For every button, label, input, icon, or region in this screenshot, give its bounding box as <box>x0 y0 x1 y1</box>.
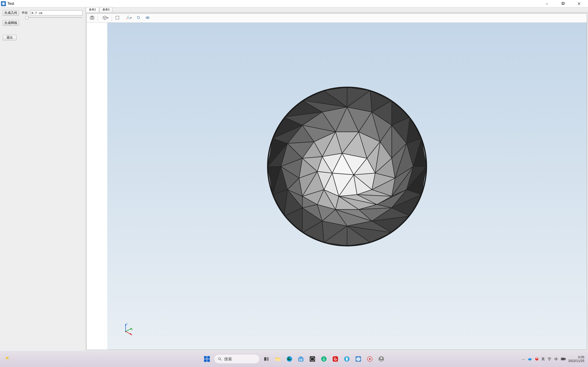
svg-point-163 <box>369 358 371 360</box>
start-button[interactable] <box>202 354 212 364</box>
app-icon <box>1 1 6 6</box>
axis-gizmo: z y x <box>121 322 135 336</box>
svg-line-130 <box>126 329 131 332</box>
weather-icon <box>5 355 12 363</box>
ime-indicator[interactable]: 英 <box>541 357 545 361</box>
svg-rect-139 <box>204 356 207 359</box>
view-cube-button[interactable] <box>100 15 110 22</box>
svg-line-13 <box>103 17 105 18</box>
svg-text:y: y <box>128 15 129 16</box>
svg-point-24 <box>147 17 148 18</box>
svg-point-166 <box>528 358 531 361</box>
search-box[interactable]: 搜索 <box>214 354 260 364</box>
system-tray: ︿ 英 0:05 2022/11/25 <box>522 355 588 363</box>
cube-icon <box>103 15 107 21</box>
svg-text:x: x <box>126 18 127 19</box>
camera-icon <box>90 15 95 21</box>
3d-canvas[interactable]: z y x <box>107 23 587 350</box>
rotate-cw-icon <box>136 15 141 21</box>
viewport-toolbar: yzx <box>86 14 587 23</box>
title-bar: Test <box>0 0 588 7</box>
comsol-icon[interactable] <box>354 354 363 364</box>
svg-text:z: z <box>130 18 130 19</box>
maximize-button[interactable] <box>555 0 571 7</box>
sidebar: 生成几何 半径 生成网格 退出 <box>0 7 86 351</box>
orbit-icon <box>145 15 150 21</box>
taskview-button[interactable] <box>262 354 271 364</box>
volume-icon[interactable] <box>554 357 559 361</box>
svg-rect-154 <box>301 360 303 361</box>
close-button[interactable] <box>571 0 587 7</box>
viewport: z y x <box>86 23 587 350</box>
svg-rect-152 <box>301 359 303 360</box>
svg-rect-142 <box>207 359 210 362</box>
svg-point-168 <box>536 358 537 359</box>
svg-rect-145 <box>264 357 266 361</box>
svg-rect-153 <box>299 360 301 361</box>
radius-slider[interactable] <box>26 17 82 18</box>
search-placeholder: 搜索 <box>224 357 232 362</box>
generate-mesh-button[interactable]: 生成网格 <box>3 20 19 26</box>
app-icon-4[interactable] <box>365 354 375 364</box>
radius-input[interactable] <box>30 10 82 15</box>
axes-view-button[interactable]: yzx <box>123 15 133 22</box>
mesh-sphere <box>264 84 430 249</box>
ruler-left <box>86 23 107 350</box>
app-icon-2[interactable] <box>319 354 329 364</box>
svg-point-138 <box>7 358 11 361</box>
security-icon[interactable] <box>535 357 539 361</box>
svg-line-144 <box>220 359 221 361</box>
windows-icon <box>204 356 210 362</box>
svg-point-169 <box>549 360 550 361</box>
weather-widget[interactable] <box>5 355 12 363</box>
svg-text:z: z <box>126 323 128 325</box>
edge-icon[interactable] <box>285 354 294 364</box>
svg-line-133 <box>126 332 131 334</box>
zoom-extents-icon <box>115 15 120 21</box>
battery-icon[interactable] <box>561 357 566 361</box>
svg-text:x: x <box>131 334 132 336</box>
zoom-extents-button[interactable] <box>114 15 121 22</box>
svg-line-14 <box>105 17 107 18</box>
exit-button[interactable]: 退出 <box>3 35 17 40</box>
svg-rect-5 <box>562 2 564 5</box>
svg-rect-171 <box>565 358 566 359</box>
screenshot-button[interactable] <box>88 15 96 22</box>
svg-marker-161 <box>356 357 360 361</box>
axes-icon: yzx <box>126 15 130 21</box>
tab-form-3[interactable]: 表单3 <box>99 7 112 12</box>
viewport-panel: yzx <box>86 13 587 350</box>
clock-time: 0:05 <box>568 355 584 359</box>
tab-bar: 表单2 表单3 <box>86 7 588 12</box>
main-area: 生成几何 半径 生成网格 退出 表单2 表单3 yzx <box>0 7 588 351</box>
clock[interactable]: 0:05 2022/11/25 <box>568 355 584 363</box>
app-icon-5[interactable] <box>376 354 386 364</box>
minimize-button[interactable] <box>539 0 555 7</box>
svg-text:y: y <box>132 328 133 331</box>
rotate-cw-button[interactable] <box>135 15 142 22</box>
tray-chevron-icon[interactable]: ︿ <box>522 357 525 361</box>
content-area: 表单2 表单3 yzx <box>86 7 588 351</box>
store-icon[interactable] <box>296 354 306 364</box>
svg-rect-146 <box>267 357 269 361</box>
svg-point-136 <box>125 331 126 332</box>
wifi-icon[interactable] <box>547 357 552 361</box>
app-icon-3[interactable] <box>342 354 352 364</box>
tab-form-2[interactable]: 表单2 <box>86 7 99 12</box>
svg-point-143 <box>218 358 221 360</box>
app-icon-1[interactable] <box>308 354 317 364</box>
svg-rect-141 <box>204 359 207 362</box>
clock-date: 2022/11/25 <box>568 359 584 363</box>
generate-geometry-button[interactable]: 生成几何 <box>3 10 19 16</box>
svg-rect-16 <box>116 16 119 19</box>
explorer-icon[interactable] <box>273 354 283 364</box>
svg-point-10 <box>91 17 93 19</box>
onedrive-icon[interactable] <box>527 357 532 361</box>
window-controls <box>539 0 587 7</box>
svg-rect-11 <box>91 16 93 17</box>
orbit-button[interactable] <box>144 15 151 22</box>
netease-music-icon[interactable] <box>330 354 340 364</box>
svg-rect-140 <box>207 356 210 359</box>
search-icon <box>218 357 222 361</box>
svg-point-165 <box>380 357 382 359</box>
